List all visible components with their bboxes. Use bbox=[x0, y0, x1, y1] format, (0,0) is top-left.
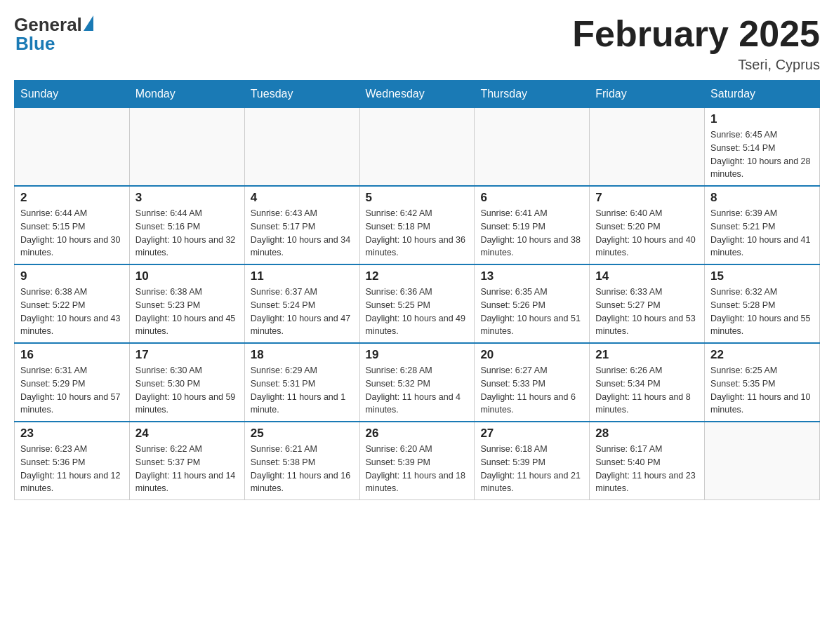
day-info: Sunrise: 6:23 AMSunset: 5:36 PMDaylight:… bbox=[20, 443, 124, 495]
month-title: February 2025 bbox=[572, 14, 820, 54]
calendar-week-row: 23Sunrise: 6:23 AMSunset: 5:36 PMDayligh… bbox=[15, 422, 820, 500]
calendar-day-cell: 27Sunrise: 6:18 AMSunset: 5:39 PMDayligh… bbox=[475, 422, 590, 500]
day-of-week-header: Monday bbox=[129, 81, 244, 108]
calendar-day-cell: 8Sunrise: 6:39 AMSunset: 5:21 PMDaylight… bbox=[705, 186, 820, 264]
day-info: Sunrise: 6:30 AMSunset: 5:30 PMDaylight:… bbox=[135, 364, 239, 417]
calendar-day-cell: 22Sunrise: 6:25 AMSunset: 5:35 PMDayligh… bbox=[705, 343, 820, 422]
calendar-day-cell: 4Sunrise: 6:43 AMSunset: 5:17 PMDaylight… bbox=[244, 186, 359, 264]
calendar-day-cell: 21Sunrise: 6:26 AMSunset: 5:34 PMDayligh… bbox=[590, 343, 705, 422]
day-of-week-header: Friday bbox=[590, 81, 705, 108]
calendar-day-cell bbox=[705, 422, 820, 500]
calendar-day-cell bbox=[590, 108, 705, 187]
day-number: 11 bbox=[251, 269, 354, 283]
day-info: Sunrise: 6:38 AMSunset: 5:22 PMDaylight:… bbox=[20, 286, 124, 338]
day-info: Sunrise: 6:26 AMSunset: 5:34 PMDaylight:… bbox=[595, 364, 699, 417]
day-number: 24 bbox=[135, 427, 239, 441]
calendar-day-cell: 9Sunrise: 6:38 AMSunset: 5:22 PMDaylight… bbox=[15, 264, 130, 343]
calendar-day-cell: 19Sunrise: 6:28 AMSunset: 5:32 PMDayligh… bbox=[359, 343, 475, 422]
day-info: Sunrise: 6:40 AMSunset: 5:20 PMDaylight:… bbox=[595, 207, 699, 260]
calendar-day-cell: 1Sunrise: 6:45 AMSunset: 5:14 PMDaylight… bbox=[705, 108, 820, 187]
day-number: 22 bbox=[710, 348, 814, 362]
calendar-week-row: 1Sunrise: 6:45 AMSunset: 5:14 PMDaylight… bbox=[15, 108, 820, 187]
title-section: February 2025 Tseri, Cyprus bbox=[572, 14, 820, 73]
day-number: 5 bbox=[366, 191, 469, 205]
calendar-day-cell: 24Sunrise: 6:22 AMSunset: 5:37 PMDayligh… bbox=[129, 422, 244, 500]
day-info: Sunrise: 6:44 AMSunset: 5:15 PMDaylight:… bbox=[20, 207, 124, 260]
location-label: Tseri, Cyprus bbox=[572, 57, 820, 73]
day-info: Sunrise: 6:39 AMSunset: 5:21 PMDaylight:… bbox=[710, 207, 814, 260]
calendar-day-cell: 20Sunrise: 6:27 AMSunset: 5:33 PMDayligh… bbox=[475, 343, 590, 422]
day-number: 1 bbox=[710, 112, 814, 126]
day-info: Sunrise: 6:42 AMSunset: 5:18 PMDaylight:… bbox=[366, 207, 469, 260]
day-number: 13 bbox=[480, 269, 583, 283]
day-info: Sunrise: 6:41 AMSunset: 5:19 PMDaylight:… bbox=[480, 207, 583, 260]
day-info: Sunrise: 6:18 AMSunset: 5:39 PMDaylight:… bbox=[480, 443, 583, 495]
calendar-day-cell bbox=[475, 108, 590, 187]
day-number: 7 bbox=[595, 191, 699, 205]
calendar-week-row: 2Sunrise: 6:44 AMSunset: 5:15 PMDaylight… bbox=[15, 186, 820, 264]
logo-blue-text: Blue bbox=[15, 33, 55, 55]
day-number: 3 bbox=[135, 191, 239, 205]
day-info: Sunrise: 6:20 AMSunset: 5:39 PMDaylight:… bbox=[366, 443, 469, 495]
day-of-week-header: Tuesday bbox=[244, 81, 359, 108]
day-number: 15 bbox=[710, 269, 814, 283]
day-info: Sunrise: 6:45 AMSunset: 5:14 PMDaylight:… bbox=[710, 128, 814, 181]
calendar-day-cell bbox=[244, 108, 359, 187]
day-number: 28 bbox=[595, 427, 699, 441]
calendar-day-cell: 25Sunrise: 6:21 AMSunset: 5:38 PMDayligh… bbox=[244, 422, 359, 500]
calendar-day-cell: 2Sunrise: 6:44 AMSunset: 5:15 PMDaylight… bbox=[15, 186, 130, 264]
day-of-week-header: Sunday bbox=[15, 81, 130, 108]
day-number: 25 bbox=[251, 427, 354, 441]
day-info: Sunrise: 6:32 AMSunset: 5:28 PMDaylight:… bbox=[710, 286, 814, 338]
day-info: Sunrise: 6:43 AMSunset: 5:17 PMDaylight:… bbox=[251, 207, 354, 260]
day-info: Sunrise: 6:44 AMSunset: 5:16 PMDaylight:… bbox=[135, 207, 239, 260]
day-number: 19 bbox=[366, 348, 469, 362]
day-info: Sunrise: 6:27 AMSunset: 5:33 PMDaylight:… bbox=[480, 364, 583, 417]
day-number: 2 bbox=[20, 191, 124, 205]
day-info: Sunrise: 6:22 AMSunset: 5:37 PMDaylight:… bbox=[135, 443, 239, 495]
day-info: Sunrise: 6:17 AMSunset: 5:40 PMDaylight:… bbox=[595, 443, 699, 495]
day-number: 27 bbox=[480, 427, 583, 441]
calendar-day-cell: 17Sunrise: 6:30 AMSunset: 5:30 PMDayligh… bbox=[129, 343, 244, 422]
calendar-day-cell bbox=[129, 108, 244, 187]
calendar-header-row: SundayMondayTuesdayWednesdayThursdayFrid… bbox=[15, 81, 820, 108]
calendar-day-cell: 28Sunrise: 6:17 AMSunset: 5:40 PMDayligh… bbox=[590, 422, 705, 500]
calendar-table: SundayMondayTuesdayWednesdayThursdayFrid… bbox=[14, 80, 820, 500]
calendar-day-cell: 15Sunrise: 6:32 AMSunset: 5:28 PMDayligh… bbox=[705, 264, 820, 343]
calendar-week-row: 9Sunrise: 6:38 AMSunset: 5:22 PMDaylight… bbox=[15, 264, 820, 343]
page-header: General Blue February 2025 Tseri, Cyprus bbox=[14, 14, 820, 73]
day-number: 14 bbox=[595, 269, 699, 283]
calendar-day-cell: 26Sunrise: 6:20 AMSunset: 5:39 PMDayligh… bbox=[359, 422, 475, 500]
day-number: 12 bbox=[366, 269, 469, 283]
day-number: 26 bbox=[366, 427, 469, 441]
calendar-day-cell: 11Sunrise: 6:37 AMSunset: 5:24 PMDayligh… bbox=[244, 264, 359, 343]
calendar-day-cell: 18Sunrise: 6:29 AMSunset: 5:31 PMDayligh… bbox=[244, 343, 359, 422]
calendar-day-cell: 14Sunrise: 6:33 AMSunset: 5:27 PMDayligh… bbox=[590, 264, 705, 343]
calendar-day-cell: 7Sunrise: 6:40 AMSunset: 5:20 PMDaylight… bbox=[590, 186, 705, 264]
calendar-day-cell: 3Sunrise: 6:44 AMSunset: 5:16 PMDaylight… bbox=[129, 186, 244, 264]
day-number: 9 bbox=[20, 269, 124, 283]
day-info: Sunrise: 6:38 AMSunset: 5:23 PMDaylight:… bbox=[135, 286, 239, 338]
calendar-day-cell: 13Sunrise: 6:35 AMSunset: 5:26 PMDayligh… bbox=[475, 264, 590, 343]
day-of-week-header: Thursday bbox=[475, 81, 590, 108]
day-info: Sunrise: 6:33 AMSunset: 5:27 PMDaylight:… bbox=[595, 286, 699, 338]
day-info: Sunrise: 6:35 AMSunset: 5:26 PMDaylight:… bbox=[480, 286, 583, 338]
day-info: Sunrise: 6:36 AMSunset: 5:25 PMDaylight:… bbox=[366, 286, 469, 338]
day-info: Sunrise: 6:37 AMSunset: 5:24 PMDaylight:… bbox=[251, 286, 354, 338]
day-of-week-header: Saturday bbox=[705, 81, 820, 108]
calendar-day-cell: 10Sunrise: 6:38 AMSunset: 5:23 PMDayligh… bbox=[129, 264, 244, 343]
day-of-week-header: Wednesday bbox=[359, 81, 475, 108]
logo-triangle-icon bbox=[84, 15, 93, 31]
day-info: Sunrise: 6:29 AMSunset: 5:31 PMDaylight:… bbox=[251, 364, 354, 417]
day-number: 18 bbox=[251, 348, 354, 362]
day-number: 21 bbox=[595, 348, 699, 362]
day-info: Sunrise: 6:31 AMSunset: 5:29 PMDaylight:… bbox=[20, 364, 124, 417]
calendar-day-cell: 12Sunrise: 6:36 AMSunset: 5:25 PMDayligh… bbox=[359, 264, 475, 343]
day-number: 10 bbox=[135, 269, 239, 283]
calendar-week-row: 16Sunrise: 6:31 AMSunset: 5:29 PMDayligh… bbox=[15, 343, 820, 422]
day-number: 8 bbox=[710, 191, 814, 205]
day-number: 6 bbox=[480, 191, 583, 205]
calendar-day-cell: 16Sunrise: 6:31 AMSunset: 5:29 PMDayligh… bbox=[15, 343, 130, 422]
day-number: 17 bbox=[135, 348, 239, 362]
day-info: Sunrise: 6:21 AMSunset: 5:38 PMDaylight:… bbox=[251, 443, 354, 495]
